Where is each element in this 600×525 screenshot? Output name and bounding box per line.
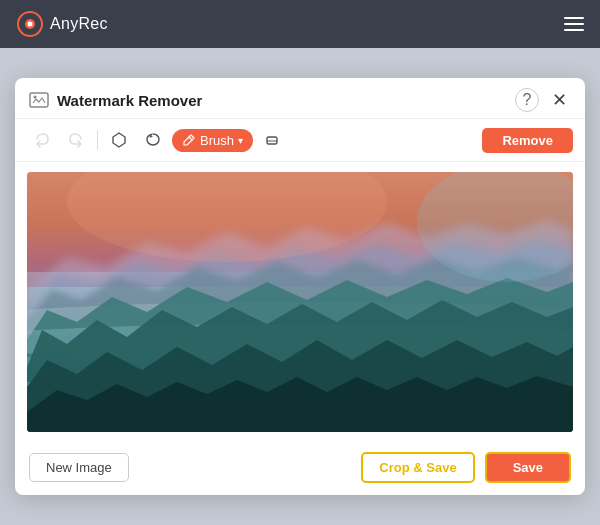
main-content: Watermark Remover ? ✕ — [0, 48, 600, 525]
dialog-title: Watermark Remover — [57, 92, 202, 109]
eraser-tool-button[interactable] — [257, 125, 287, 155]
polygon-tool-button[interactable] — [104, 125, 134, 155]
svg-point-2 — [28, 22, 33, 27]
save-button[interactable]: Save — [485, 452, 571, 483]
anyrec-logo-icon — [16, 10, 44, 38]
svg-rect-3 — [30, 93, 48, 107]
mountain-image — [27, 172, 573, 432]
toolbar: Brush ▾ Remove — [15, 119, 585, 162]
logo-area: AnyRec — [16, 10, 108, 38]
hamburger-menu[interactable] — [564, 17, 584, 31]
close-button[interactable]: ✕ — [547, 88, 571, 112]
new-image-button[interactable]: New Image — [29, 453, 129, 482]
brush-chevron: ▾ — [238, 135, 243, 146]
redo-button[interactable] — [61, 125, 91, 155]
svg-point-4 — [34, 96, 37, 99]
right-actions: Crop & Save Save — [361, 452, 571, 483]
bottom-bar: New Image Crop & Save Save — [15, 442, 585, 495]
top-bar: AnyRec — [0, 0, 600, 48]
undo-button[interactable] — [27, 125, 57, 155]
dialog-title-icon — [29, 90, 49, 110]
dialog-title-area: Watermark Remover — [29, 90, 202, 110]
dialog-header: Watermark Remover ? ✕ — [15, 78, 585, 119]
logo-text: AnyRec — [50, 15, 108, 33]
image-canvas — [27, 172, 573, 432]
lasso-tool-button[interactable] — [138, 125, 168, 155]
brush-tool-button[interactable]: Brush ▾ — [172, 129, 253, 152]
dialog-header-actions: ? ✕ — [515, 88, 571, 112]
help-button[interactable]: ? — [515, 88, 539, 112]
remove-button[interactable]: Remove — [482, 128, 573, 153]
watermark-remover-dialog: Watermark Remover ? ✕ — [15, 78, 585, 495]
crop-save-button[interactable]: Crop & Save — [361, 452, 474, 483]
toolbar-separator-1 — [97, 130, 98, 150]
brush-label: Brush — [200, 133, 234, 148]
svg-marker-5 — [113, 133, 125, 147]
